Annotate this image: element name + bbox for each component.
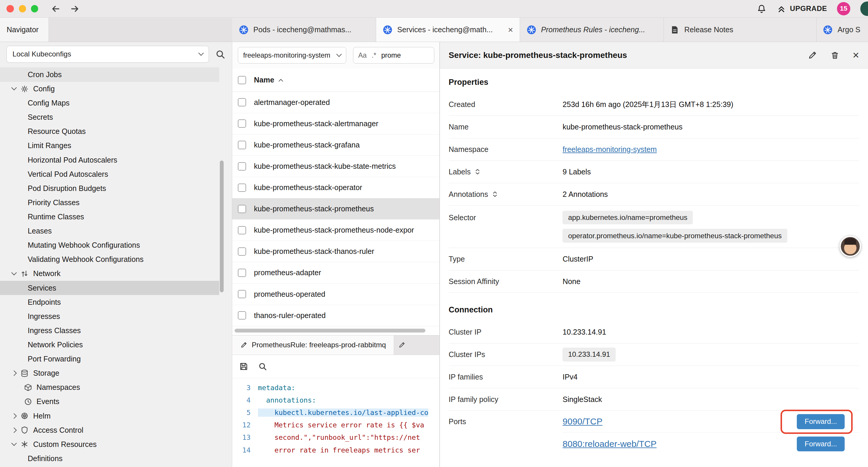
sidebar-item-definitions[interactable]: Definitions [0,451,219,466]
row-checkbox[interactable] [238,311,246,320]
tab-release-notes[interactable]: Release Notes [664,18,816,42]
sidebar-item-helm[interactable]: Helm [0,409,219,423]
table-row[interactable]: alertmanager-operated [232,92,440,113]
sidebar-item-access-control[interactable]: Access Control [0,423,219,437]
sidebar-item-config[interactable]: Config [0,82,219,96]
user-avatar[interactable] [840,236,861,257]
save-icon[interactable] [239,362,248,371]
code-text: Metrics service error rate is {{ $va [258,421,424,429]
kubeconfig-select[interactable]: Local Kubeconfigs [6,46,209,62]
delete-trash-icon[interactable] [831,51,839,60]
list-search-input[interactable]: Aa .* prome [353,47,434,63]
sidebar-item-priority-classes[interactable]: Priority Classes [0,195,219,209]
table-row[interactable]: kube-prometheus-stack-prometheus-node-ex… [232,220,440,241]
row-checkbox[interactable] [238,226,246,234]
table-row[interactable]: kube-prometheus-stack-operator [232,177,440,198]
sidebar-item-config-maps[interactable]: Config Maps [0,96,219,110]
close-tab-icon[interactable]: × [508,25,513,34]
row-checkbox[interactable] [238,205,246,213]
editor-tab-prometheusrule[interactable]: PrometheusRule: freeleaps-prod-rabbitmq [232,335,394,355]
sidebar-item-limit-ranges[interactable]: Limit Ranges [0,139,219,153]
table-row[interactable]: kube-prometheus-stack-alertmanager [232,113,440,135]
forward-icon[interactable] [70,4,80,14]
row-checkbox[interactable] [238,162,246,171]
row-checkbox[interactable] [238,290,246,298]
maximize-window-button[interactable] [31,5,38,12]
window-titlebar: UPGRADE 15 [0,0,868,18]
sidebar-item-ingresses[interactable]: Ingresses [0,309,219,323]
select-all-checkbox[interactable] [238,76,246,84]
sidebar-item-namespaces[interactable]: Namespaces [0,380,219,395]
editor-tab-partial[interactable] [394,335,440,355]
sidebar-item-cron-jobs[interactable]: Cron Jobs [0,67,219,82]
service-name: kube-prometheus-stack-operator [254,183,362,192]
table-row-selected[interactable]: kube-prometheus-stack-prometheus [232,198,440,220]
sidebar-item-network[interactable]: Network [0,267,219,281]
notification-count-badge[interactable]: 15 [837,2,850,16]
editor-search-icon[interactable] [258,362,267,371]
row-checkbox[interactable] [238,119,246,128]
notifications-bell-icon[interactable] [756,4,767,14]
sidebar-item-events[interactable]: Events [0,395,219,409]
row-checkbox[interactable] [238,98,246,107]
sidebar-item-storage[interactable]: Storage [0,366,219,380]
chevron-down-icon [11,270,17,275]
yaml-editor[interactable]: 3metadata: 4 annotations: 5 kubectl.kube… [232,378,440,467]
forward-button[interactable]: Forward... [797,437,845,451]
sidebar-item-leases[interactable]: Leases [0,224,219,238]
row-checkbox[interactable] [238,247,246,256]
expander-icon[interactable] [474,168,481,176]
document-icon [670,25,679,34]
sidebar-item-resource-quotas[interactable]: Resource Quotas [0,124,219,139]
minimize-window-button[interactable] [19,5,26,12]
account-avatar-partial[interactable] [860,1,868,16]
ip-families-value: IPv4 [562,373,859,381]
sidebar-item-pod-disruption-budgets[interactable]: Pod Disruption Budgets [0,181,219,195]
sidebar-item-vertical-pod-autoscalers[interactable]: Vertical Pod Autoscalers [0,167,219,181]
edit-pencil-icon[interactable] [808,51,817,60]
sidebar-item-port-forwarding[interactable]: Port Forwarding [0,352,219,366]
sidebar-search-icon[interactable] [215,49,225,59]
port-link-9090[interactable]: 9090/TCP [562,416,602,427]
sidebar-item-network-policies[interactable]: Network Policies [0,338,219,352]
back-icon[interactable] [51,4,61,14]
forward-button[interactable]: Forward... [797,414,845,429]
name-column-header[interactable]: Name [254,76,282,84]
row-checkbox[interactable] [238,183,246,192]
port-line-8080: 8080:reloader-web/TCP Forward... [562,433,859,455]
tab-argo[interactable]: Argo S [816,18,868,42]
match-case-toggle[interactable]: Aa [358,52,367,59]
sidebar-item-horizontal-pod-autoscalers[interactable]: Horizontal Pod Autoscalers [0,153,219,167]
sidebar-item-validating-webhook-configurations[interactable]: Validating Webhook Configurations [0,253,219,267]
tab-pods[interactable]: Pods - icecheng@mathmas... [232,18,376,42]
sidebar-item-services[interactable]: Services [0,281,219,295]
namespace-link[interactable]: freeleaps-monitoring-system [562,145,657,154]
drawer-title: Service: kube-prometheus-stack-prometheu… [449,51,795,60]
table-row[interactable]: prometheus-adapter [232,262,440,284]
port-link-8080[interactable]: 8080:reloader-web/TCP [562,439,656,449]
table-row[interactable]: kube-prometheus-stack-grafana [232,135,440,156]
scrollbar-thumb[interactable] [235,329,426,332]
table-row[interactable]: prometheus-operated [232,284,440,305]
row-checkbox[interactable] [238,141,246,149]
row-checkbox[interactable] [238,269,246,277]
table-row[interactable]: kube-prometheus-stack-thanos-ruler [232,241,440,262]
sidebar-item-ingress-classes[interactable]: Ingress Classes [0,323,219,338]
close-window-button[interactable] [6,5,13,12]
sidebar-item-mutating-webhook-configurations[interactable]: Mutating Webhook Configurations [0,238,219,253]
sidebar-item-custom-resources[interactable]: Custom Resources [0,437,219,451]
sidebar-item-runtime-classes[interactable]: Runtime Classes [0,209,219,224]
upgrade-button[interactable]: UPGRADE [777,4,827,13]
close-drawer-icon[interactable]: × [852,50,859,61]
sidebar-item-secrets[interactable]: Secrets [0,110,219,124]
namespace-select[interactable]: freeleaps-monitoring-system [238,47,346,63]
tab-prometheus-rules[interactable]: Prometheus Rules - icecheng... [520,18,664,42]
expander-icon[interactable] [492,190,498,198]
tab-services[interactable]: Services - icecheng@math... × [376,18,520,42]
sidebar-scrollbar[interactable] [220,160,224,292]
table-row[interactable]: kube-prometheus-stack-kube-state-metrics [232,156,440,177]
table-row[interactable]: thanos-ruler-operated [232,305,440,326]
sidebar-item-endpoints[interactable]: Endpoints [0,295,219,309]
regex-toggle[interactable]: .* [372,52,376,59]
drawer-header: Service: kube-prometheus-stack-prometheu… [440,42,868,68]
